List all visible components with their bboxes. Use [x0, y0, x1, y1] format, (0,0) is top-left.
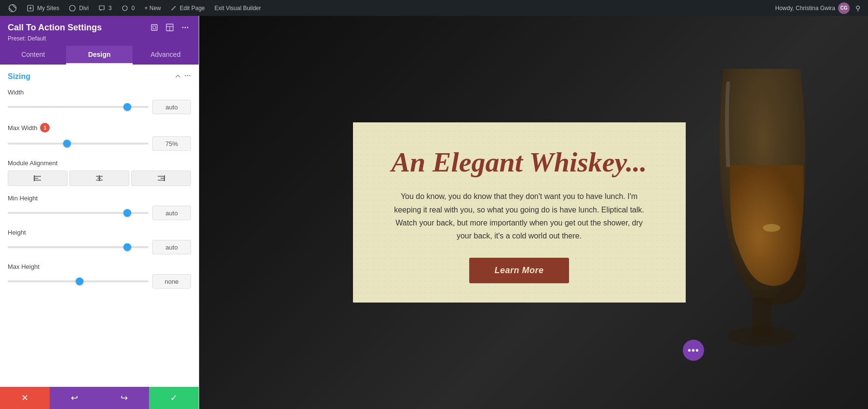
layout-icon[interactable] — [164, 22, 176, 33]
main-layout: Call To Action Settings — [0, 16, 868, 409]
max-height-slider-thumb[interactable] — [76, 277, 83, 285]
width-slider-thumb[interactable] — [123, 103, 131, 111]
align-left-button[interactable] — [8, 171, 68, 186]
align-right-button[interactable] — [131, 171, 191, 186]
panel-header: Call To Action Settings — [0, 16, 199, 46]
align-center-button[interactable] — [69, 171, 129, 186]
restore-icon[interactable] — [149, 22, 160, 33]
tab-content[interactable]: Content — [0, 46, 66, 65]
height-value[interactable]: auto — [152, 240, 191, 254]
height-slider-track[interactable] — [8, 246, 149, 248]
min-height-slider-row: auto — [8, 206, 191, 220]
tab-advanced[interactable]: Advanced — [133, 46, 199, 65]
svg-point-11 — [187, 27, 189, 28]
module-alignment-label: Module Alignment — [8, 159, 191, 167]
max-width-slider-thumb[interactable] — [63, 140, 71, 147]
min-height-value[interactable]: auto — [152, 206, 191, 220]
width-slider-track[interactable] — [8, 106, 149, 108]
my-sites-menu[interactable]: My Sites — [23, 0, 63, 16]
settings-tabs: Content Design Advanced — [0, 46, 199, 65]
settings-panel: Call To Action Settings — [0, 16, 199, 409]
svg-point-12 — [185, 75, 186, 77]
width-value[interactable]: auto — [152, 100, 191, 114]
max-width-field: Max Width 1 75% — [8, 123, 191, 151]
panel-footer: ✕ ↩ ↪ ✓ — [0, 387, 199, 409]
divi-menu[interactable]: Divi — [65, 0, 93, 16]
floating-dots-button[interactable]: ••• — [683, 340, 704, 361]
svg-point-14 — [189, 75, 190, 77]
width-slider-row: auto — [8, 100, 191, 114]
width-label: Width — [8, 89, 191, 96]
max-width-label: Max Width 1 — [8, 123, 191, 132]
max-height-value[interactable]: none — [152, 274, 191, 289]
bubbles-menu[interactable]: 0 — [118, 0, 139, 16]
panel-header-icons — [149, 22, 191, 33]
panel-title: Call To Action Settings — [8, 23, 102, 33]
cta-card: An Elegant Whiskey... You do know, you d… — [353, 122, 686, 303]
svg-point-2 — [69, 5, 75, 11]
module-alignment-field: Module Alignment — [8, 159, 191, 186]
max-height-slider-row: none — [8, 274, 191, 289]
wp-logo[interactable] — [4, 0, 21, 16]
edit-page-button[interactable]: Edit Page — [167, 0, 209, 16]
min-height-field: Min Height auto — [8, 195, 191, 220]
svg-point-3 — [122, 6, 127, 11]
width-field: Width auto — [8, 89, 191, 114]
sizing-section-header: Sizing — [8, 72, 191, 81]
svg-rect-4 — [151, 25, 157, 30]
height-slider-thumb[interactable] — [123, 243, 131, 251]
svg-point-10 — [185, 27, 186, 28]
svg-point-0 — [9, 4, 16, 12]
exit-builder-button[interactable]: Exit Visual Builder — [211, 0, 265, 16]
alignment-buttons — [8, 171, 191, 186]
preset-selector[interactable]: Preset: Default — [8, 35, 191, 42]
more-options-icon[interactable] — [179, 22, 191, 33]
panel-content: Sizing — [0, 65, 199, 387]
comments-menu[interactable]: 3 — [95, 0, 116, 16]
max-width-value[interactable]: 75% — [152, 136, 191, 151]
admin-bar: My Sites Divi 3 0 + New Edit Page Exit V… — [0, 0, 868, 16]
section-more-icon[interactable] — [184, 72, 191, 81]
height-field: Height auto — [8, 229, 191, 254]
redo-button[interactable]: ↪ — [99, 387, 149, 409]
svg-point-9 — [182, 27, 184, 28]
svg-point-29 — [763, 224, 780, 232]
svg-point-28 — [728, 327, 796, 346]
section-collapse-icon[interactable] — [175, 73, 181, 81]
section-title: Sizing — [8, 72, 30, 81]
max-width-slider-row: 75% — [8, 136, 191, 151]
whiskey-glass-decoration — [694, 26, 829, 353]
save-button[interactable]: ✓ — [149, 387, 199, 409]
max-height-label: Max Height — [8, 263, 191, 270]
min-height-label: Min Height — [8, 195, 191, 202]
tab-design[interactable]: Design — [66, 46, 132, 65]
svg-rect-5 — [153, 26, 156, 29]
avatar: CG — [838, 2, 850, 14]
user-info: Howdy, Christina Gwira CG — [775, 2, 850, 14]
cta-heading: An Elegant Whiskey... — [372, 146, 666, 179]
max-height-slider-track[interactable] — [8, 280, 149, 282]
max-width-badge: 1 — [40, 123, 50, 132]
max-width-slider-track[interactable] — [8, 143, 149, 145]
section-controls — [175, 72, 191, 81]
min-height-slider-thumb[interactable] — [123, 209, 131, 217]
min-height-slider-track[interactable] — [8, 212, 149, 214]
admin-search-icon[interactable]: ⚲ — [852, 4, 864, 12]
height-slider-row: auto — [8, 240, 191, 254]
new-button[interactable]: + New — [140, 0, 164, 16]
svg-point-13 — [187, 75, 189, 77]
undo-button[interactable]: ↩ — [50, 387, 99, 409]
cta-body: You do know, you do know that they don't… — [394, 190, 645, 242]
max-height-field: Max Height none — [8, 263, 191, 289]
preview-area: An Elegant Whiskey... You do know, you d… — [199, 16, 868, 409]
cancel-button[interactable]: ✕ — [0, 387, 50, 409]
height-label: Height — [8, 229, 191, 236]
preview-background: An Elegant Whiskey... You do know, you d… — [199, 16, 868, 409]
cta-learn-more-button[interactable]: Learn More — [469, 258, 569, 283]
